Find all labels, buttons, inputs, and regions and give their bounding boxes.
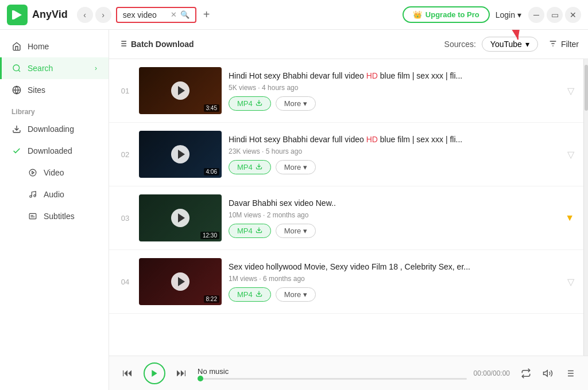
sidebar-item-video[interactable]: Video xyxy=(0,162,109,184)
svg-marker-29 xyxy=(544,370,548,376)
result-number: 03 xyxy=(118,214,132,223)
result-number: 02 xyxy=(118,150,132,159)
back-button[interactable]: ‹ xyxy=(77,7,93,23)
svg-point-2 xyxy=(13,65,20,71)
sidebar-item-downloading[interactable]: Downloading xyxy=(0,118,109,140)
result-item: 04 8:22 Sex video hollywood Movie, Sexy … xyxy=(109,250,583,314)
result-thumbnail[interactable]: 3:45 xyxy=(139,67,222,114)
player-previous-button[interactable]: ⏮ xyxy=(118,364,137,383)
sidebar-item-sites[interactable]: Sites xyxy=(0,79,109,101)
more-label: More xyxy=(284,99,301,108)
login-button[interactable]: Login ▾ xyxy=(496,10,521,20)
player-next-button[interactable]: ⏭ xyxy=(172,364,191,383)
search-arrow-icon: › xyxy=(95,64,97,72)
sidebar-item-downloaded[interactable]: Downloaded xyxy=(0,140,109,162)
result-title: Hindi Hot sexy Bhabhi devar full video H… xyxy=(229,134,560,146)
sources-dropdown[interactable]: YouTube ▾ xyxy=(482,37,538,52)
forward-button[interactable]: › xyxy=(95,7,111,23)
add-tab-button[interactable]: + xyxy=(199,7,215,23)
mp4-download-button[interactable]: MP4 xyxy=(229,224,271,238)
svg-rect-11 xyxy=(29,213,36,219)
more-label: More xyxy=(284,163,301,171)
sidebar-item-audio[interactable]: Audio xyxy=(0,184,109,205)
more-button[interactable]: More ▾ xyxy=(276,287,316,302)
favorite-icon[interactable]: ▽ xyxy=(567,85,574,96)
scrollbar-thumb[interactable] xyxy=(585,65,588,111)
svg-marker-28 xyxy=(152,370,157,377)
downloaded-label: Downloaded xyxy=(28,146,72,155)
result-title: Hindi Hot sexy Bhabhi devar full video H… xyxy=(229,71,560,82)
mp4-download-button[interactable]: MP4 xyxy=(229,96,271,111)
more-button[interactable]: More ▾ xyxy=(276,96,316,111)
result-thumbnail[interactable]: 4:06 xyxy=(139,131,222,178)
result-info: Hindi Hot sexy Bhabhi devar full video H… xyxy=(229,134,560,175)
search-tab-search-icon[interactable]: 🔍 xyxy=(180,10,189,19)
video-icon xyxy=(28,167,38,178)
mp4-label: MP4 xyxy=(237,290,253,299)
favorite-icon[interactable]: ▽ xyxy=(567,276,574,287)
sidebar: Home Search › Sites Library xyxy=(0,30,109,390)
upgrade-button[interactable]: 👑 Upgrade to Pro xyxy=(403,6,490,23)
logo-area: AnyVid xyxy=(7,5,68,25)
chevron-down-icon: ▾ xyxy=(303,99,307,108)
search-label: Search xyxy=(28,64,53,73)
more-button[interactable]: More ▾ xyxy=(276,224,316,238)
sites-icon xyxy=(11,85,22,95)
sidebar-item-subtitles[interactable]: Subtitles xyxy=(0,205,109,227)
upgrade-label: Upgrade to Pro xyxy=(425,10,479,19)
favorite-icon[interactable]: ▼ xyxy=(565,213,574,223)
result-title: Davar Bhabhi sex video New.. xyxy=(229,198,558,209)
maximize-button[interactable]: ▭ xyxy=(547,7,563,23)
sidebar-item-search[interactable]: Search › xyxy=(0,57,109,79)
filter-button[interactable]: Filter xyxy=(548,39,579,50)
download-icon xyxy=(256,99,262,108)
download-icon xyxy=(256,290,262,299)
player-queue-button[interactable] xyxy=(560,364,579,383)
play-icon xyxy=(171,81,189,100)
minimize-button[interactable]: ─ xyxy=(528,7,544,23)
result-info: Davar Bhabhi sex video New.. 10M views ·… xyxy=(229,198,558,239)
content-area: Batch Download Sources: YouTube ▾ xyxy=(109,30,588,390)
mp4-download-button[interactable]: MP4 xyxy=(229,160,271,174)
downloading-icon xyxy=(11,124,22,134)
result-item: 01 3:45 Hindi Hot sexy Bhabhi devar full… xyxy=(109,59,583,123)
titlebar: AnyVid ‹ › sex video ✕ 🔍 + 👑 Upgrade to … xyxy=(0,0,588,30)
search-icon xyxy=(11,63,22,73)
result-meta: 1M views · 6 months ago xyxy=(229,275,560,283)
subtitles-label: Subtitles xyxy=(44,212,75,221)
player-progress[interactable] xyxy=(198,378,467,380)
result-actions: MP4 More ▾ xyxy=(229,224,558,238)
close-button[interactable]: ✕ xyxy=(565,7,581,23)
app-name: AnyVid xyxy=(32,9,68,21)
scrollbar-track[interactable] xyxy=(583,59,588,356)
svg-line-3 xyxy=(18,70,20,72)
result-actions: MP4 More ▾ xyxy=(229,96,560,111)
more-button[interactable]: More ▾ xyxy=(276,160,316,174)
results-list[interactable]: 01 3:45 Hindi Hot sexy Bhabhi devar full… xyxy=(109,59,583,356)
search-tab: sex video ✕ 🔍 xyxy=(116,7,196,23)
player-volume-button[interactable] xyxy=(539,364,557,383)
player-play-button[interactable] xyxy=(144,362,165,384)
result-meta: 5K views · 4 hours ago xyxy=(229,84,560,92)
play-icon xyxy=(171,272,189,291)
filter-label: Filter xyxy=(561,40,579,49)
search-tab-close-button[interactable]: ✕ xyxy=(171,10,177,19)
thumb-duration: 12:30 xyxy=(200,232,219,239)
sources-container: YouTube ▾ xyxy=(482,37,538,52)
result-thumbnail[interactable]: 8:22 xyxy=(139,258,222,305)
result-thumbnail[interactable]: 12:30 xyxy=(139,194,222,241)
result-item: 02 4:06 Hindi Hot sexy Bhabhi devar full… xyxy=(109,123,583,186)
svg-point-7 xyxy=(29,169,36,176)
svg-marker-0 xyxy=(14,10,22,20)
favorite-icon[interactable]: ▽ xyxy=(567,149,574,160)
video-label: Video xyxy=(44,168,64,177)
content-header: Batch Download Sources: YouTube ▾ xyxy=(109,30,588,59)
batch-download-button[interactable]: Batch Download xyxy=(118,39,194,50)
mp4-download-button[interactable]: MP4 xyxy=(229,287,271,302)
batch-icon xyxy=(118,39,127,50)
audio-label: Audio xyxy=(44,190,64,199)
result-number: 04 xyxy=(118,278,132,286)
player-repeat-button[interactable] xyxy=(517,364,535,383)
sidebar-item-home[interactable]: Home xyxy=(0,36,109,57)
crown-icon: 👑 xyxy=(413,10,422,19)
